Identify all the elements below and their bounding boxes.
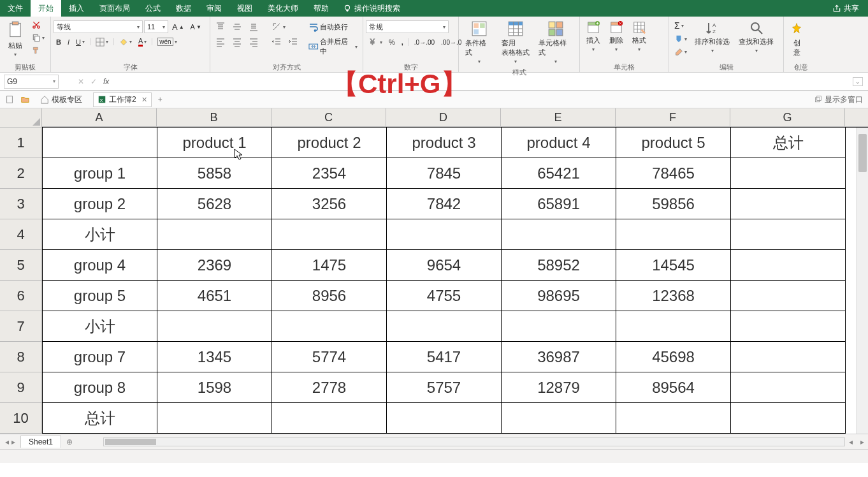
cell-G5[interactable] [731,250,846,281]
cell-B1[interactable]: product 1 [157,128,272,158]
cell-F5[interactable]: 14545 [616,250,731,281]
cell-F9[interactable]: 89564 [616,372,731,403]
align-top-button[interactable] [213,20,228,33]
cell-A10[interactable]: 总计 [43,403,157,434]
col-header-extra[interactable] [845,108,868,127]
cell-C1[interactable]: product 2 [272,128,387,158]
cell-E9[interactable]: 12879 [502,372,616,403]
cell-G4[interactable] [731,219,846,250]
insert-cells-button[interactable]: 插入▾ [582,18,604,55]
sheet-nav-prev[interactable]: ◂ [5,437,9,446]
cell-B2[interactable]: 5858 [157,158,272,189]
cell-A3[interactable]: group 2 [43,189,157,219]
cell-E4[interactable] [502,219,616,250]
percent-button[interactable]: % [386,37,398,47]
copy-button[interactable]: ▾ [29,32,47,43]
cell-E2[interactable]: 65421 [502,158,616,189]
accounting-button[interactable]: ¥▾ [366,36,385,48]
cell-A7[interactable]: 小计 [43,311,157,342]
decrease-font-button[interactable]: A▼ [188,22,204,32]
horizontal-scrollbar[interactable] [103,437,845,446]
col-header-C[interactable]: C [271,108,386,127]
cell-C3[interactable]: 3256 [272,189,387,219]
cell-B8[interactable]: 1345 [157,342,272,372]
cell-C7[interactable] [272,311,387,342]
cell-E5[interactable]: 58952 [502,250,616,281]
cell-E6[interactable]: 98695 [502,281,616,311]
font-name-combo[interactable]: 等线▾ [54,20,143,33]
new-doc-icon[interactable] [5,95,14,104]
row-header-10[interactable]: 10 [0,403,42,434]
row-header-1[interactable]: 1 [0,128,42,158]
row-header-8[interactable]: 8 [0,342,42,372]
tell-me-search[interactable]: 操作说明搜索 [336,3,407,14]
cell-C2[interactable]: 2354 [272,158,387,189]
col-header-D[interactable]: D [386,108,501,127]
conditional-format-button[interactable]: 条件格式▾ [461,18,496,67]
cell-E3[interactable]: 65891 [502,189,616,219]
select-all-corner[interactable] [0,108,42,128]
cell-E7[interactable] [502,311,616,342]
cell-D5[interactable]: 9654 [387,250,502,281]
increase-indent-button[interactable] [286,36,301,48]
phonetic-button[interactable]: wén▾ [155,36,179,47]
cell-G9[interactable] [731,372,846,403]
align-center-button[interactable] [229,36,245,48]
cell-G8[interactable] [731,342,846,372]
menu-review[interactable]: 审阅 [199,0,229,17]
cell-G7[interactable] [731,311,846,342]
wrap-text-button[interactable]: 自动换行 [306,20,360,33]
fx-icon[interactable]: fx [103,77,109,86]
templates-tab[interactable]: 模板专区 [36,92,87,107]
cell-F3[interactable]: 59856 [616,189,731,219]
menu-insert[interactable]: 插入 [61,0,92,17]
add-sheet-button[interactable]: ⊕ [61,437,78,446]
sheet-nav-next[interactable]: ▸ [11,437,15,446]
align-left-button[interactable] [213,36,228,48]
cell-C5[interactable]: 1475 [272,250,387,281]
decrease-indent-button[interactable] [269,36,284,48]
cell-G10[interactable] [731,403,846,434]
format-cells-button[interactable]: 格式▾ [628,18,650,55]
increase-font-button[interactable]: A▲ [170,21,187,33]
cell-F8[interactable]: 45698 [616,342,731,372]
row-header-6[interactable]: 6 [0,281,42,311]
cell-styles-button[interactable]: 单元格样式▾ [535,18,577,67]
merge-center-button[interactable]: 合并后居中▾ [306,36,360,57]
col-header-A[interactable]: A [42,108,157,127]
cell-F1[interactable]: product 5 [616,128,731,158]
menu-view[interactable]: 视图 [229,0,260,17]
border-button[interactable]: ▾ [93,36,111,48]
menu-pagelayout[interactable]: 页面布局 [92,0,138,17]
expand-formula-bar[interactable]: ⌄ [853,77,863,86]
cell-G6[interactable] [731,281,846,311]
italic-button[interactable]: I [65,37,72,47]
row-header-3[interactable]: 3 [0,189,42,219]
multi-window-button[interactable]: 显示多窗口 [814,94,863,105]
cell-C8[interactable]: 5774 [272,342,387,372]
cell-G2[interactable] [731,158,846,189]
cell-B4[interactable] [157,219,272,250]
cell-A6[interactable]: group 5 [43,281,157,311]
format-table-button[interactable]: 套用 表格格式▾ [498,18,533,67]
cell-E8[interactable]: 36987 [502,342,616,372]
menu-data[interactable]: 数据 [168,0,199,17]
row-header-5[interactable]: 5 [0,250,42,281]
vertical-scrollbar[interactable] [857,128,868,434]
cell-B5[interactable]: 2369 [157,250,272,281]
bold-button[interactable]: B [54,37,64,47]
cell-B10[interactable] [157,403,272,434]
cell-A4[interactable]: 小计 [43,219,157,250]
cell-C9[interactable]: 2778 [272,372,387,403]
cell-C10[interactable] [272,403,387,434]
font-size-combo[interactable]: 11▾ [144,20,168,33]
cell-F6[interactable]: 12368 [616,281,731,311]
cell-D4[interactable] [387,219,502,250]
scroll-right-button[interactable]: ▸ [857,437,868,446]
cell-G1[interactable]: 总计 [731,128,846,158]
align-right-button[interactable] [246,36,261,48]
cell-D7[interactable] [387,311,502,342]
cell-F2[interactable]: 78465 [616,158,731,189]
cell-B3[interactable]: 5628 [157,189,272,219]
cell-F10[interactable] [616,403,731,434]
